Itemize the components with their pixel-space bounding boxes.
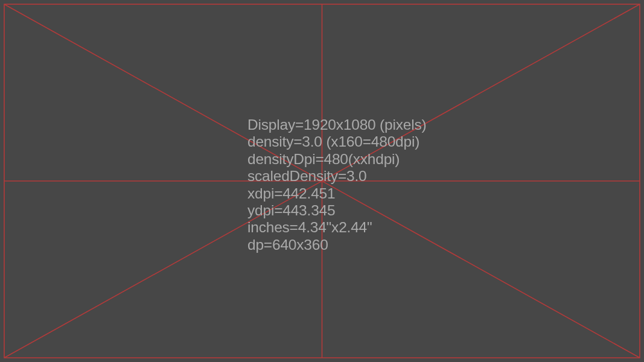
inches-line: inches=4.34"x2.44" [247, 219, 426, 236]
density-dpi-line: densityDpi=480(xxhdpi) [247, 151, 426, 168]
display-resolution-line: Display=1920x1080 (pixels) [247, 116, 426, 133]
display-metrics-block: Display=1920x1080 (pixels) density=3.0 (… [247, 116, 426, 253]
dp-line: dp=640x360 [247, 237, 426, 253]
scaled-density-line: scaledDensity=3.0 [247, 168, 426, 185]
density-line: density=3.0 (x160=480dpi) [247, 133, 426, 150]
xdpi-line: xdpi=442.451 [247, 185, 426, 202]
ydpi-line: ydpi=443.345 [247, 202, 426, 219]
